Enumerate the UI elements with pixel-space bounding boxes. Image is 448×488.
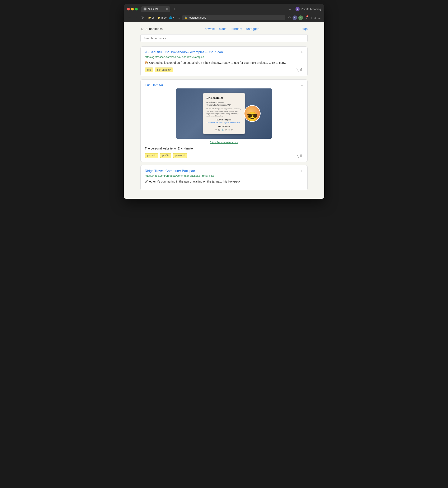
ublock-button[interactable]: 🛡 8 (304, 16, 308, 20)
bookmark-add-button[interactable]: 🌐 + (168, 16, 175, 20)
ublock-badge: 8 (306, 15, 308, 17)
reload-button[interactable]: ↻ (140, 16, 145, 20)
edit-bookmark-button[interactable]: ╲ (296, 68, 299, 72)
pencil-icon-2: ╲ (296, 154, 299, 157)
private-browsing-label: Private browsing (301, 8, 321, 11)
folder-icon-2: 📁 (158, 16, 161, 19)
preview-url[interactable]: https://erichamiter.com/ (145, 141, 303, 144)
back-button[interactable]: ← (127, 16, 132, 20)
github-icon: ⊕ (225, 129, 227, 131)
fullscreen-window-button[interactable] (135, 8, 138, 10)
sync-avatar-button[interactable]: A (298, 16, 303, 20)
hamburger-icon: ≡ (318, 16, 320, 20)
card-actions: ╲ 🗑 (296, 68, 303, 72)
tab-close-button[interactable]: × (166, 8, 168, 10)
add-bookmark-button-3[interactable]: + (300, 169, 303, 173)
bookmarks-toolbar: 📁 per 📁 misc 🌐 + (147, 16, 175, 20)
star-icon-2: ★ (231, 129, 233, 131)
bookmark-card-3: Ridge Travel: Commuter Backpack + https:… (140, 165, 308, 190)
edit-bookmark-button-2[interactable]: ╲ (296, 154, 299, 158)
forward-button[interactable]: → (134, 16, 139, 20)
bookmark-star-button[interactable]: ☆ (288, 16, 291, 20)
pencil-icon: ╲ (296, 68, 299, 72)
bookmark-description: 🎨 Curated collection of 95 free beautifu… (145, 61, 303, 65)
profile-avatar-button[interactable]: ● (293, 16, 297, 20)
bookmark-card-2: Eric Hamiter − Eric Hamiter Software Eng… (140, 80, 308, 162)
nav-random[interactable]: random (232, 27, 242, 31)
globe-icon: 🌐 (169, 16, 172, 19)
anchor-icon: ⚓ (221, 129, 224, 131)
nav-tags[interactable]: tags (302, 27, 308, 31)
tab-list-chevron[interactable]: ⌄ (287, 7, 293, 11)
site-header: 1,193 bookerics newest oldest random unt… (140, 27, 308, 31)
private-browsing-icon: 👁 (296, 7, 300, 11)
card-tags: css box-shadow (145, 67, 173, 72)
preview-location: Nashville, Tennessee, USA (207, 104, 241, 106)
address-bar[interactable]: 🔒 localhost:8080 (182, 15, 285, 20)
project-link-3: iPython for Web Devs (224, 122, 240, 123)
tag-box-shadow[interactable]: box-shadow (155, 67, 173, 72)
dot-icon (207, 102, 208, 103)
card-footer: css box-shadow ╲ 🗑 (145, 67, 303, 72)
bookmarks-count: 1,193 bookerics (140, 27, 163, 31)
preview-image: Eric Hamiter Software Engineer Nashville… (176, 89, 272, 139)
bookmark-description-2: The personal website for Eric Hamiter (145, 146, 303, 151)
preview-social-icons: ✉ ◎ ⚓ ⊕ in ★ (207, 129, 241, 131)
preview-contact-title: Get In Touch (207, 125, 241, 127)
nav-newest[interactable]: newest (205, 27, 215, 31)
nav-bar: ← → ↻ 📁 per 📁 misc 🌐 + 🛡 🔒 localhost:808… (124, 13, 324, 22)
preview-name: Eric Hamiter (207, 96, 241, 99)
trash-icon-2: 🗑 (300, 154, 303, 157)
site-navigation: newest oldest random untagged (205, 27, 259, 31)
collapse-bookmark-button[interactable]: − (300, 83, 303, 87)
card-tags-2: portfolio profile personal (145, 153, 187, 158)
bookmark-url[interactable]: https://getcsscan.com/css-box-shadow-exa… (145, 55, 303, 58)
tab-bar: B bookerics × + ⌄ 👁 Private browsing (141, 6, 321, 12)
traffic-lights (127, 8, 138, 10)
page-content: 1,193 bookerics newest oldest random unt… (124, 22, 324, 199)
instagram-icon: ◎ (218, 129, 220, 131)
preview-projects: AI Calendar Art Emu iPython for Web Devs (207, 122, 241, 123)
card-header-3: Ridge Travel: Commuter Backpack + (145, 169, 303, 173)
bookmark-title-2[interactable]: Eric Hamiter (145, 83, 163, 87)
delete-bookmark-button-2[interactable]: 🗑 (300, 154, 303, 157)
address-text: localhost:8080 (189, 16, 206, 19)
dot-icon-2 (207, 104, 208, 106)
menu-button[interactable]: ≡ (318, 16, 321, 20)
nav-untagged[interactable]: untagged (246, 27, 260, 31)
project-link-2: Emu (219, 122, 222, 123)
card-header: 95 Beautiful CSS box-shadow examples - C… (145, 50, 303, 54)
share-button[interactable]: ⬆ (309, 16, 313, 20)
tag-css[interactable]: css (145, 67, 153, 72)
more-tools-button[interactable]: » (314, 16, 317, 20)
bookmark-preview: Eric Hamiter Software Engineer Nashville… (176, 89, 272, 139)
tag-profile[interactable]: profile (160, 153, 172, 158)
new-tab-button[interactable]: + (172, 7, 177, 12)
bookmark-title-3[interactable]: Ridge Travel: Commuter Backpack (145, 169, 196, 173)
nav-oldest[interactable]: oldest (219, 27, 227, 31)
browser-window: B bookerics × + ⌄ 👁 Private browsing ← →… (124, 4, 324, 199)
bookmark-folder-per[interactable]: 📁 per (147, 16, 156, 20)
tag-personal[interactable]: personal (173, 153, 187, 158)
bookmark-url-3[interactable]: https://ridge.com/products/commuter-back… (145, 174, 303, 177)
avatar-emoji: 😎 (247, 112, 258, 121)
close-window-button[interactable] (127, 8, 130, 10)
bookmark-description-3: Whether it's commuting in the rain or wa… (145, 179, 303, 184)
title-bar: B bookerics × + ⌄ 👁 Private browsing (124, 4, 324, 13)
mail-icon: ✉ (215, 129, 217, 131)
bookmark-folder-misc[interactable]: 📁 misc (157, 16, 167, 20)
tag-portfolio[interactable]: portfolio (145, 153, 158, 158)
preview-avatar: 😎 (244, 105, 261, 122)
browser-tab[interactable]: B bookerics × (141, 6, 170, 12)
bookmark-title[interactable]: 95 Beautiful CSS box-shadow examples - C… (145, 50, 223, 54)
delete-bookmark-button[interactable]: 🗑 (300, 68, 303, 72)
trash-icon: 🗑 (300, 68, 303, 72)
tab-favicon: B (144, 8, 146, 10)
nav-tools: ☆ ● A 🛡 8 ⬆ » ≡ (288, 16, 321, 20)
project-link-1: AI Calendar Art (207, 122, 218, 123)
card-footer-2: portfolio profile personal ╲ 🗑 (145, 153, 303, 158)
add-bookmark-button[interactable]: + (300, 50, 303, 54)
star-icon: ☆ (288, 16, 291, 19)
search-input[interactable] (140, 34, 308, 42)
minimize-window-button[interactable] (131, 8, 134, 10)
